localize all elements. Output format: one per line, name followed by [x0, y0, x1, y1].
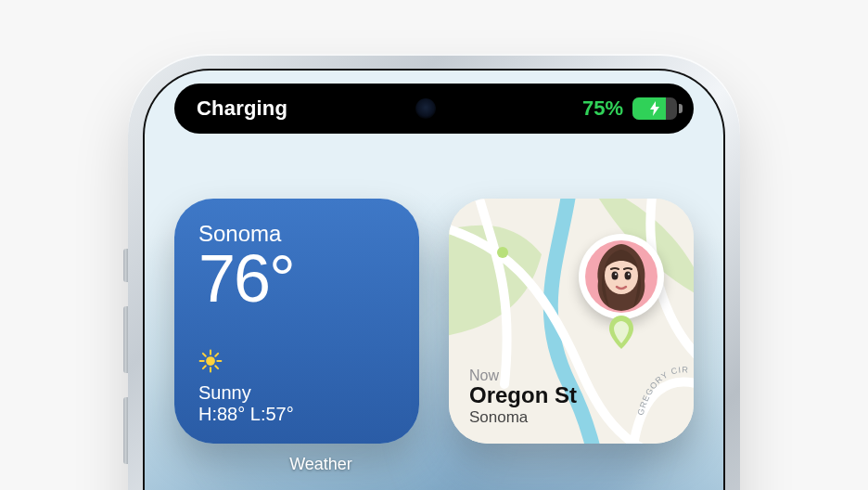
location-pin — [579, 234, 664, 349]
front-camera — [415, 98, 436, 119]
svg-point-12 — [612, 272, 619, 280]
svg-line-6 — [215, 366, 218, 368]
contact-avatar — [585, 240, 657, 313]
svg-point-0 — [206, 356, 215, 366]
phone-screen: Charging 75% Sonoma 76° — [143, 69, 725, 490]
svg-line-8 — [215, 354, 218, 356]
iphone-frame: Charging 75% Sonoma 76° — [128, 54, 740, 490]
svg-point-10 — [497, 247, 508, 258]
weather-temperature: 76° — [198, 245, 395, 312]
pin-tail-icon — [607, 316, 635, 349]
dynamic-island-charging[interactable]: Charging 75% — [174, 84, 694, 134]
svg-line-7 — [203, 366, 206, 368]
findmy-sublocation: Sonoma — [469, 408, 577, 427]
svg-point-15 — [628, 274, 630, 276]
battery-percentage: 75% — [582, 97, 623, 121]
weather-condition: Sunny — [198, 382, 395, 404]
widget-label-weather: Weather — [198, 455, 443, 474]
charging-bolt-icon — [649, 101, 660, 116]
find-my-widget[interactable]: GREGORY CIR — [449, 199, 694, 444]
weather-widget[interactable]: Sonoma 76° — [174, 199, 419, 444]
sun-icon — [198, 349, 395, 377]
charging-label: Charging — [197, 97, 287, 121]
svg-line-5 — [203, 354, 206, 356]
battery-icon — [632, 97, 677, 120]
svg-point-13 — [625, 272, 632, 280]
findmy-place: Oregon St — [469, 382, 577, 408]
weather-high-low: H:88° L:57° — [198, 404, 395, 425]
svg-point-14 — [615, 274, 617, 276]
widgets-row: Sonoma 76° — [174, 199, 694, 444]
